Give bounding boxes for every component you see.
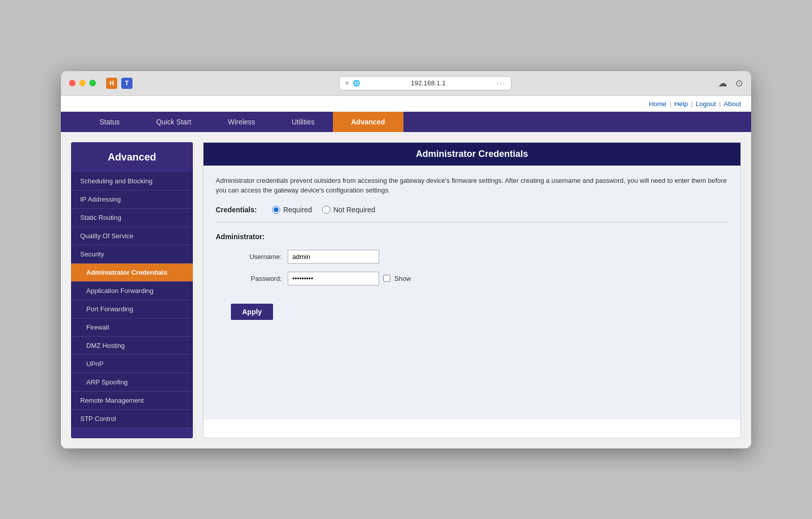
- radio-required-input[interactable]: [272, 206, 280, 214]
- sidebar-item-dmz[interactable]: DMZ Hosting: [71, 337, 193, 355]
- help-link[interactable]: Help: [674, 100, 688, 108]
- address-bar: ✕ 🌐 192.168.1.1 ···: [339, 76, 512, 90]
- cloud-icon[interactable]: ☁: [718, 78, 727, 89]
- page-content: Home | Help | Logout | About Status Quic…: [61, 96, 751, 448]
- traffic-light-green[interactable]: [89, 80, 96, 86]
- sidebar-item-upnp[interactable]: UPnP: [71, 355, 193, 373]
- apply-button[interactable]: Apply: [231, 304, 273, 320]
- traffic-light-red[interactable]: [69, 80, 76, 86]
- sidebar-item-stp-control[interactable]: STP Control: [71, 410, 193, 428]
- address-bar-menu[interactable]: ···: [496, 79, 506, 88]
- top-links: Home | Help | Logout | About: [61, 96, 751, 112]
- browser-icons: H T: [106, 78, 132, 89]
- logout-link[interactable]: Logout: [696, 100, 716, 108]
- content-area: Administrator Credentials Administrator …: [203, 142, 741, 438]
- sidebar-footer: [71, 428, 193, 438]
- home-link[interactable]: Home: [649, 100, 667, 108]
- globe-icon: 🌐: [353, 80, 360, 87]
- sidebar-item-app-forwarding[interactable]: Application Forwarding: [71, 282, 193, 300]
- nav-item-quickstart[interactable]: Quick Start: [138, 112, 210, 132]
- credentials-label: Credentials:: [216, 206, 257, 214]
- address-bar-container: ✕ 🌐 192.168.1.1 ···: [139, 76, 712, 90]
- show-row: Show: [383, 275, 411, 282]
- username-label: Username:: [231, 253, 282, 261]
- sidebar-item-scheduling[interactable]: Scheduling and Blocking: [71, 172, 193, 190]
- about-link[interactable]: About: [724, 100, 741, 108]
- traffic-lights: [69, 80, 96, 86]
- content-header: Administrator Credentials: [204, 143, 740, 166]
- credentials-row: Credentials: Required Not Required: [216, 206, 728, 222]
- sidebar-item-security[interactable]: Security: [71, 245, 193, 264]
- browser-icon-t[interactable]: T: [121, 78, 132, 89]
- username-row: Username:: [231, 250, 728, 264]
- browser-window: H T ✕ 🌐 192.168.1.1 ··· ☁ ⊙ Home | Help …: [61, 71, 751, 448]
- sidebar-item-qos[interactable]: Quality Of Service: [71, 227, 193, 245]
- radio-required[interactable]: Required: [272, 206, 312, 214]
- sidebar-item-static-routing[interactable]: Static Routing: [71, 209, 193, 227]
- sidebar-title: Advanced: [71, 142, 193, 172]
- nav-item-status[interactable]: Status: [81, 112, 138, 132]
- nav-item-advanced[interactable]: Advanced: [333, 112, 403, 132]
- browser-actions: ☁ ⊙: [718, 78, 743, 89]
- browser-titlebar: H T ✕ 🌐 192.168.1.1 ··· ☁ ⊙: [61, 71, 751, 96]
- radio-required-label: Required: [283, 206, 312, 214]
- main-nav: Status Quick Start Wireless Utilities Ad…: [61, 112, 751, 132]
- main-layout: Advanced Scheduling and Blocking IP Addr…: [61, 132, 751, 448]
- sidebar-item-port-forwarding[interactable]: Port Forwarding: [71, 300, 193, 318]
- radio-not-required-input[interactable]: [322, 206, 330, 214]
- nav-item-wireless[interactable]: Wireless: [210, 112, 274, 132]
- browser-icon-h[interactable]: H: [106, 78, 117, 89]
- sidebar: Advanced Scheduling and Blocking IP Addr…: [71, 142, 193, 438]
- radio-not-required-label: Not Required: [333, 206, 376, 214]
- username-input[interactable]: [288, 250, 379, 264]
- address-bar-close[interactable]: ✕: [345, 80, 350, 87]
- traffic-light-yellow[interactable]: [79, 80, 86, 86]
- password-row: Password: Show: [231, 272, 728, 285]
- nav-item-utilities[interactable]: Utilities: [274, 112, 333, 132]
- sidebar-item-remote-mgmt[interactable]: Remote Management: [71, 392, 193, 410]
- content-body: Administrator credentials prevent outsid…: [204, 166, 740, 419]
- admin-section-label: Administrator:: [216, 233, 728, 241]
- address-bar-url[interactable]: 192.168.1.1: [363, 79, 493, 87]
- show-password-checkbox[interactable]: [383, 275, 390, 282]
- sidebar-item-firewall[interactable]: Firewall: [71, 318, 193, 337]
- sidebar-item-arp-spoofing[interactable]: ARP Spoofing: [71, 373, 193, 392]
- download-icon[interactable]: ⊙: [735, 78, 743, 89]
- show-label: Show: [394, 275, 411, 282]
- sidebar-item-ip-addressing[interactable]: IP Addressing: [71, 190, 193, 209]
- password-label: Password:: [231, 275, 282, 282]
- radio-not-required[interactable]: Not Required: [322, 206, 376, 214]
- password-input[interactable]: [288, 272, 379, 285]
- credentials-radio-group: Required Not Required: [272, 206, 375, 214]
- administrator-section: Administrator: Username: Password:: [216, 233, 728, 285]
- sidebar-item-admin-credentials[interactable]: Administrator Credentials: [71, 264, 193, 282]
- description-text: Administrator credentials prevent outsid…: [216, 176, 728, 196]
